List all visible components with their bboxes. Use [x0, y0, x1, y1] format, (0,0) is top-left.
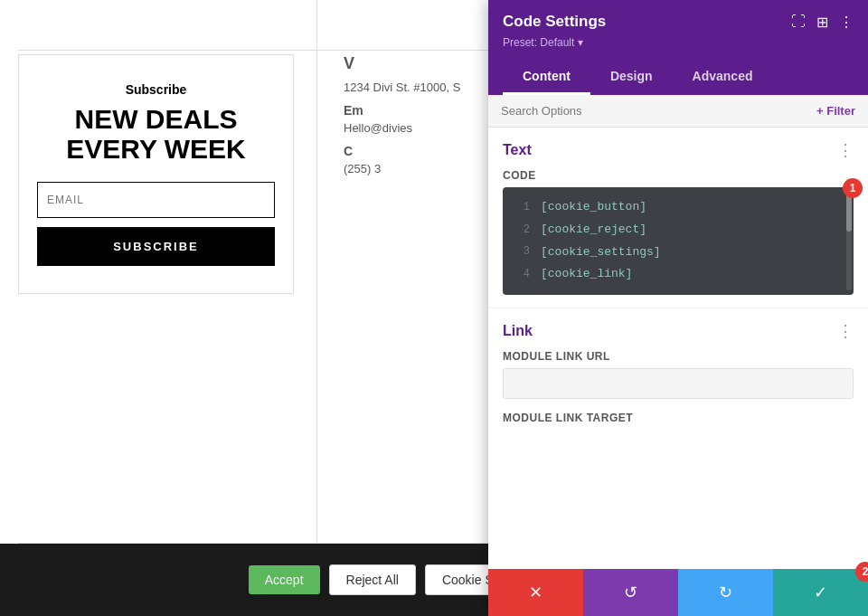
- tab-content[interactable]: Content: [503, 60, 590, 95]
- link-section: Link ⋮ Module Link URL Module Link Targe…: [488, 308, 868, 437]
- code-line-3: 3 [cookie_settings]: [503, 242, 854, 264]
- code-settings-panel: Code Settings ⛶ ⊞ ⋮ Preset: Default ▾ Co…: [488, 0, 868, 616]
- search-input[interactable]: [501, 104, 809, 118]
- code-editor[interactable]: 1 [cookie_button] 2 [cookie_reject] 3 [c…: [503, 187, 854, 295]
- split-view-icon[interactable]: ⊞: [816, 14, 828, 31]
- code-scrollbar[interactable]: [846, 192, 852, 290]
- subscribe-button[interactable]: SUBSCRIBE: [37, 227, 275, 266]
- panel-header: Code Settings ⛶ ⊞ ⋮ Preset: Default ▾ Co…: [488, 0, 868, 95]
- fullscreen-icon[interactable]: ⛶: [791, 14, 806, 30]
- code-line-1: 1 [cookie_button]: [503, 196, 854, 219]
- top-divider: [18, 50, 506, 51]
- panel-tabs: Content Design Advanced: [503, 60, 854, 95]
- cancel-icon: ✕: [529, 583, 542, 602]
- text-section-title: Text: [503, 142, 532, 158]
- text-section: Text ⋮ Code 1 [cookie_button] 2 [cookie_…: [488, 128, 868, 308]
- text-section-menu-icon[interactable]: ⋮: [837, 140, 854, 160]
- panel-footer: ✕ ↺ ↻ ✓ 2: [488, 569, 868, 616]
- filter-button[interactable]: + Filter: [816, 104, 855, 118]
- url-label: Module Link URL: [503, 350, 854, 363]
- link-section-menu-icon[interactable]: ⋮: [837, 321, 854, 341]
- email-input[interactable]: [37, 182, 275, 218]
- subscribe-box: Subscribe NEW DEALS EVERY WEEK SUBSCRIBE: [18, 54, 294, 294]
- code-line-2: 2 [cookie_reject]: [503, 219, 854, 242]
- tab-design[interactable]: Design: [590, 60, 673, 95]
- vertical-divider: [316, 0, 317, 544]
- tab-advanced[interactable]: Advanced: [673, 60, 773, 95]
- save-button[interactable]: ✓ 2: [773, 569, 868, 616]
- target-label: Module Link Target: [503, 412, 854, 424]
- subscribe-label: Subscribe: [37, 82, 275, 97]
- accept-button[interactable]: Accept: [249, 565, 320, 594]
- code-line-4: 4 [cookie_link]: [503, 263, 854, 286]
- code-label: Code: [503, 169, 854, 182]
- subscribe-headline: NEW DEALS EVERY WEEK: [37, 104, 275, 164]
- panel-title: Code Settings: [503, 13, 606, 31]
- panel-header-icons: ⛶ ⊞ ⋮: [791, 14, 854, 31]
- reject-button[interactable]: Reject All: [329, 564, 416, 595]
- badge-2: 2: [855, 562, 868, 582]
- badge-1: 1: [843, 178, 863, 198]
- link-section-title: Link: [503, 323, 533, 339]
- reset-button[interactable]: ↺: [583, 569, 678, 616]
- redo-button[interactable]: ↻: [678, 569, 773, 616]
- save-icon: ✓: [814, 583, 827, 602]
- search-bar: + Filter: [488, 95, 868, 128]
- code-lines: 1 [cookie_button] 2 [cookie_reject] 3 [c…: [503, 196, 854, 286]
- panel-preset[interactable]: Preset: Default ▾: [503, 36, 854, 49]
- redo-icon: ↻: [719, 583, 732, 602]
- panel-body: + Filter Text ⋮ Code 1 [cookie_button] 2: [488, 95, 868, 569]
- code-editor-wrap: 1 [cookie_button] 2 [cookie_reject] 3 [c…: [503, 187, 854, 295]
- cancel-button[interactable]: ✕: [488, 569, 583, 616]
- module-link-url-field[interactable]: [503, 368, 854, 399]
- reset-icon: ↺: [624, 583, 637, 602]
- panel-menu-icon[interactable]: ⋮: [839, 14, 854, 31]
